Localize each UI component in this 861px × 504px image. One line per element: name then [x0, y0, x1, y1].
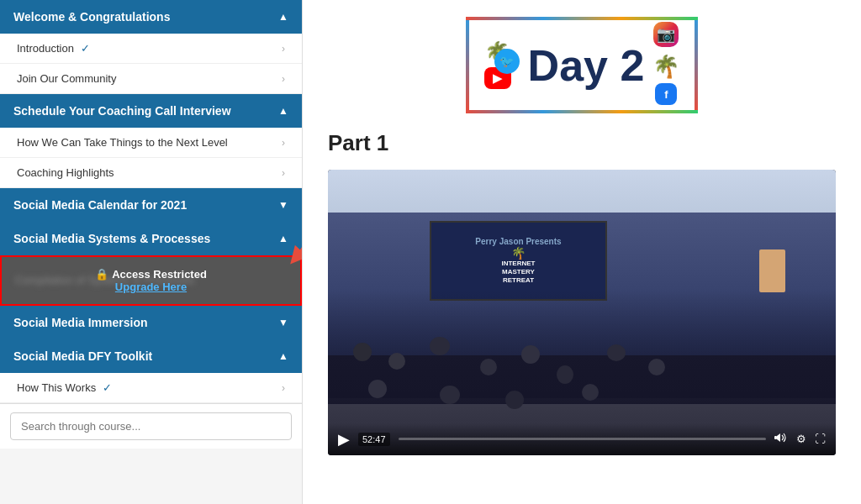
toolkit-arrow-icon: ▲: [278, 350, 288, 362]
how-works-chevron-icon: ›: [282, 382, 285, 394]
search-input[interactable]: [10, 412, 292, 440]
fullscreen-icon[interactable]: ⛶: [815, 433, 826, 445]
day-title: Day 2: [528, 40, 645, 91]
audience-head: [430, 337, 450, 355]
video-controls: ▶ 52:47 ⚙ ⛶: [328, 423, 836, 455]
next-level-chevron-icon: ›: [282, 137, 285, 149]
sidebar-item-coaching-highlights-label: Coaching Highlights: [17, 166, 114, 179]
audience-head: [368, 380, 387, 398]
audience-head: [648, 359, 665, 375]
sidebar-section-welcome-label: Welcome & Congratulations: [13, 10, 170, 24]
part-title: Part 1: [328, 130, 836, 156]
sidebar-section-toolkit-label: Social Media DFY Toolkit: [13, 349, 152, 363]
volume-icon[interactable]: [774, 433, 788, 445]
sidebar-item-introduction-label: Introduction ✓: [17, 42, 90, 55]
sidebar-section-welcome[interactable]: Welcome & Congratulations ▲: [0, 0, 302, 34]
audience-head: [480, 359, 497, 375]
sidebar: Welcome & Congratulations ▲ Introduction…: [0, 0, 303, 504]
video-scene: Perry Jason Presents 🌴 INTERNETMASTERYRE…: [328, 170, 836, 455]
audience-head: [353, 343, 372, 361]
facebook-icon: f: [655, 83, 677, 105]
welcome-arrow-icon: ▲: [278, 11, 288, 23]
how-works-check-icon: ✓: [103, 381, 112, 394]
sidebar-item-community[interactable]: Join Our Community ›: [0, 64, 302, 94]
settings-icon[interactable]: ⚙: [796, 433, 806, 445]
sidebar-item-coaching-highlights[interactable]: Coaching Highlights ›: [0, 158, 302, 188]
day-banner-container: 🌴 ▶ 🐦 Day 2 📷 🌴 f: [328, 17, 836, 113]
search-box: [0, 403, 302, 449]
systems-arrow-icon: ▲: [278, 233, 288, 244]
main-content: 🌴 ▶ 🐦 Day 2 📷 🌴 f Part 1: [303, 0, 861, 504]
introduction-chevron-icon: ›: [282, 43, 285, 55]
sidebar-section-systems[interactable]: Social Media Systems & Processes ▲: [0, 222, 302, 255]
svg-marker-2: [777, 433, 780, 442]
sidebar-item-how-this-works[interactable]: How This Works ✓ ›: [0, 373, 302, 403]
sidebar-section-systems-label: Social Media Systems & Processes: [13, 232, 210, 245]
sidebar-item-next-level[interactable]: How We Can Take Things to the Next Level…: [0, 128, 302, 158]
audience-head: [440, 386, 460, 404]
calendar-arrow-icon: ▼: [278, 199, 288, 211]
introduction-check-icon: ✓: [81, 42, 90, 55]
instagram-icon: 📷: [653, 22, 679, 47]
video-progress-bar[interactable]: [399, 438, 766, 440]
access-restricted-container: Compilation of Systems & Processes 🔒 Acc…: [0, 255, 302, 306]
sidebar-item-community-label: Join Our Community: [17, 72, 116, 85]
sidebar-section-toolkit[interactable]: Social Media DFY Toolkit ▲: [0, 339, 302, 373]
sidebar-item-introduction[interactable]: Introduction ✓ ›: [0, 34, 302, 64]
sidebar-section-calendar-label: Social Media Calendar for 2021: [13, 198, 187, 212]
right-palm-leaf-icon: 🌴: [652, 54, 679, 80]
access-restricted-badge: 🔒 Access Restricted Upgrade Here: [95, 268, 207, 293]
access-restricted-label: 🔒 Access Restricted: [95, 268, 207, 281]
sidebar-section-calendar[interactable]: Social Media Calendar for 2021 ▼: [0, 188, 302, 222]
sidebar-section-coaching[interactable]: Schedule Your Coaching Call Interview ▲: [0, 94, 302, 128]
screen-palm-icon: 🌴: [511, 246, 526, 260]
audience-head: [607, 344, 626, 361]
video-timestamp: 52:47: [358, 433, 390, 446]
sidebar-section-immersion[interactable]: Social Media Immersion ▼: [0, 306, 302, 339]
video-player[interactable]: Perry Jason Presents 🌴 INTERNETMASTERYRE…: [328, 170, 836, 455]
upgrade-here-link[interactable]: Upgrade Here: [115, 281, 187, 293]
coaching-arrow-icon: ▲: [278, 105, 288, 117]
sidebar-item-next-level-label: How We Can Take Things to the Next Level: [17, 136, 228, 149]
lock-icon: 🔒: [95, 268, 108, 281]
coaching-highlights-chevron-icon: ›: [282, 167, 285, 179]
sidebar-section-coaching-label: Schedule Your Coaching Call Interview: [13, 104, 231, 118]
audience-head: [557, 365, 573, 384]
speaker-silhouette: [759, 249, 784, 292]
svg-rect-1: [774, 436, 777, 439]
twitter-icon: 🐦: [494, 49, 520, 74]
community-chevron-icon: ›: [282, 73, 285, 85]
sidebar-item-how-this-works-label: How This Works ✓: [17, 381, 112, 394]
play-button[interactable]: ▶: [338, 430, 350, 449]
audience-head: [521, 345, 540, 364]
sidebar-section-immersion-label: Social Media Immersion: [13, 316, 148, 329]
immersion-arrow-icon: ▼: [278, 317, 288, 328]
